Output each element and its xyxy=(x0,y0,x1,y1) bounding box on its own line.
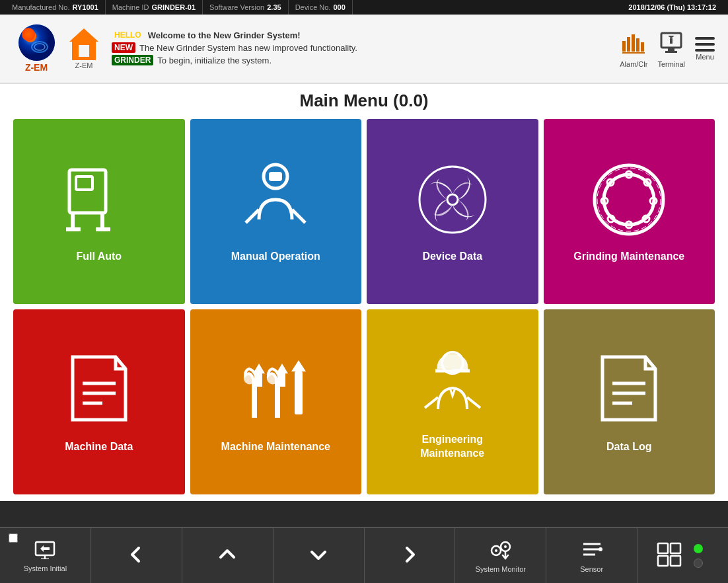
home-arrow-icon xyxy=(69,28,98,42)
tile-engineering-maintenance[interactable]: Engineering Maintenance xyxy=(367,309,538,494)
sensor-icon xyxy=(581,537,603,563)
svg-marker-42 xyxy=(253,364,265,373)
full-auto-icon xyxy=(59,160,139,242)
forward-button[interactable] xyxy=(365,528,456,583)
svg-line-25 xyxy=(292,210,305,223)
tile-grinding-maintenance-label: Grinding Maintenance xyxy=(573,250,684,264)
tile-manual-operation[interactable]: Manual Operation xyxy=(190,119,362,304)
tile-full-auto[interactable]: Full Auto xyxy=(13,119,185,304)
menu-grid: Full Auto Manual Operation xyxy=(10,119,718,494)
software-version: Software Version 2.35 xyxy=(203,0,289,15)
tile-engineering-maintenance-label: Engineering Maintenance xyxy=(420,433,484,461)
svg-rect-70 xyxy=(671,556,680,566)
data-log-icon xyxy=(589,350,669,432)
svg-line-51 xyxy=(467,397,480,408)
software-version-value: 2.35 xyxy=(267,3,281,11)
tile-grinding-maintenance[interactable]: Grinding Maintenance xyxy=(544,119,715,304)
manufactured-label: Manufactured No. xyxy=(12,3,69,11)
tile-device-data[interactable]: Device Data xyxy=(367,119,538,304)
manual-operation-icon xyxy=(236,160,315,242)
notif-tag-new: NEW xyxy=(112,42,135,53)
svg-rect-17 xyxy=(76,176,92,190)
tile-data-log[interactable]: Data Log xyxy=(544,309,715,494)
forward-arrow-icon xyxy=(399,544,420,568)
svg-rect-45 xyxy=(279,373,285,387)
svg-rect-43 xyxy=(256,373,262,387)
system-initial-label: System Initial xyxy=(24,564,67,573)
system-initial-icon xyxy=(34,538,55,562)
alarm-button[interactable]: Alam/Clr xyxy=(620,29,647,68)
manufactured-no: Manufactured No. RY1001 xyxy=(5,0,106,15)
down-button[interactable] xyxy=(273,528,365,583)
menu-button[interactable]: Menu xyxy=(695,37,715,61)
system-initial-checkbox[interactable] xyxy=(9,533,18,543)
alarm-icon xyxy=(621,29,646,59)
terminal-icon xyxy=(659,29,684,59)
main-content: Main Menu (0.0) Full Auto xyxy=(0,84,728,501)
menu-icon xyxy=(695,37,715,52)
status-bar: Manufactured No. RY1001 Machine ID GRIND… xyxy=(0,0,728,15)
back-button[interactable] xyxy=(91,528,182,583)
status-dot-green xyxy=(694,544,703,553)
grinding-maintenance-icon xyxy=(589,160,669,242)
home-button[interactable]: Z-EM xyxy=(69,28,98,69)
sensor-label: Sensor xyxy=(580,565,603,574)
datetime-value: 2018/12/06 (Thu) 13:17:12 xyxy=(628,3,716,11)
svg-marker-46 xyxy=(291,360,306,371)
svg-rect-68 xyxy=(671,543,680,553)
system-monitor-icon xyxy=(490,537,512,563)
notif-tag-grinder: GRINDER xyxy=(112,55,153,65)
up-button[interactable] xyxy=(182,528,273,583)
alarm-label: Alam/Clr xyxy=(620,60,647,68)
device-data-icon xyxy=(413,160,492,242)
notif-tag-hello: HELLO xyxy=(112,30,144,40)
sensor-button[interactable]: Sensor xyxy=(546,528,637,583)
grid-view-button[interactable] xyxy=(637,528,728,583)
datetime: 2018/12/06 (Thu) 13:17:12 xyxy=(622,0,723,15)
svg-line-50 xyxy=(425,397,438,408)
svg-rect-9 xyxy=(641,42,644,52)
svg-marker-14 xyxy=(668,36,674,38)
svg-rect-15 xyxy=(670,38,673,44)
svg-rect-5 xyxy=(622,41,626,52)
menu-line-1 xyxy=(695,37,715,40)
engineering-maintenance-icon xyxy=(413,343,492,425)
device-no-value: 000 xyxy=(333,3,345,11)
back-arrow-icon xyxy=(126,544,147,568)
header-buttons: Alam/Clr Terminal xyxy=(620,29,721,68)
tile-full-auto-label: Full Auto xyxy=(76,250,122,264)
system-monitor-button[interactable]: System Monitor xyxy=(455,528,546,583)
logo-icon xyxy=(18,24,55,61)
svg-rect-47 xyxy=(295,371,303,414)
tile-machine-data[interactable]: Machine Data xyxy=(13,309,185,494)
machine-id: Machine ID GRINDER-01 xyxy=(106,0,203,15)
svg-point-27 xyxy=(447,194,458,205)
machine-maintenance-icon xyxy=(236,350,315,432)
grid-icon xyxy=(657,542,682,570)
machine-id-label: Machine ID xyxy=(112,3,149,11)
svg-rect-7 xyxy=(632,34,635,52)
up-arrow-icon xyxy=(217,544,238,568)
notif-text-3: To begin, initialize the system. xyxy=(157,56,272,65)
tile-machine-maintenance[interactable]: Machine Maintenance xyxy=(190,309,362,494)
logo-label: Z-EM xyxy=(25,62,48,73)
svg-rect-23 xyxy=(269,172,282,181)
svg-rect-8 xyxy=(636,38,639,52)
notif-line-3: GRINDER To begin, initialize the system. xyxy=(112,55,613,65)
svg-line-24 xyxy=(246,210,259,223)
system-initial-button[interactable]: System Initial xyxy=(0,528,91,583)
menu-line-2 xyxy=(695,43,715,46)
svg-point-2 xyxy=(27,33,34,40)
svg-point-29 xyxy=(604,175,654,225)
down-arrow-icon xyxy=(308,544,329,568)
terminal-button[interactable]: Terminal xyxy=(657,29,685,68)
header: Z-EM Z-EM HELLO Welcome to the New Grind… xyxy=(0,15,728,84)
svg-point-1 xyxy=(24,30,36,42)
status-dots xyxy=(687,544,710,568)
terminal-label: Terminal xyxy=(657,60,685,68)
device-no-label: Device No. xyxy=(295,3,331,11)
svg-rect-12 xyxy=(668,48,674,51)
svg-rect-13 xyxy=(665,51,677,53)
tile-machine-maintenance-label: Machine Maintenance xyxy=(221,440,330,454)
device-no: Device No. 000 xyxy=(289,0,353,15)
